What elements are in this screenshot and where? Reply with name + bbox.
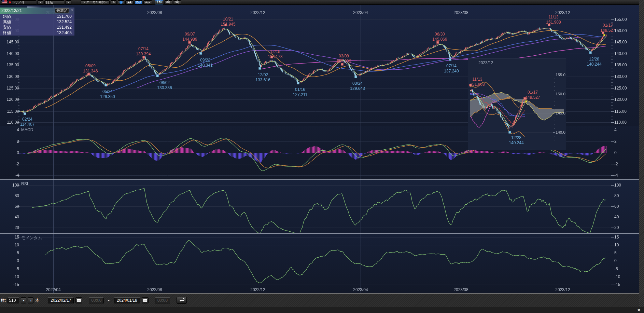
zoom-out-button[interactable] xyxy=(164,0,172,4)
draw-tool-button[interactable]: ✎ xyxy=(111,0,117,4)
date-from-input[interactable] xyxy=(48,297,74,303)
annotation-marker xyxy=(437,41,439,44)
candle-chart-button[interactable] xyxy=(155,0,163,4)
currency-pair-selector[interactable]: ドル/円 xyxy=(1,0,36,4)
y-axis-tick-label: -2 xyxy=(614,162,618,166)
annotation-value: 137.240 xyxy=(444,69,459,74)
timeframe-dropdown-button[interactable]: ▼ xyxy=(65,0,71,4)
annotation-value: 130.386 xyxy=(157,85,172,91)
annotation-marker xyxy=(548,24,550,26)
annotation-value: 151.945 xyxy=(221,22,235,27)
y-axis-tick-label: 5 xyxy=(614,250,617,255)
annotation-date: 05/24 xyxy=(100,89,115,94)
x-axis-date-label: 2023/08 xyxy=(453,10,468,15)
annotation-value: 138.173 xyxy=(268,54,282,59)
annotation-date: 01/17 xyxy=(525,90,540,95)
status-bar: ✕ xyxy=(0,307,644,313)
y-axis-tick-label: -15 xyxy=(2,282,19,287)
y-axis-tick-label: 135.00 xyxy=(2,63,19,67)
y-axis-tick-label: -2 xyxy=(2,162,19,166)
mountain-chart-icon xyxy=(127,1,132,4)
y-axis-tick-label: 15 xyxy=(614,235,619,240)
annotation-marker xyxy=(24,113,26,115)
y-axis-tick-label: 80 xyxy=(614,193,619,198)
timeframe-selector[interactable]: 日足 xyxy=(44,0,64,4)
y-axis-tick-label: 145.00 xyxy=(2,40,19,44)
annotation-marker xyxy=(188,41,191,44)
pair-dropdown-button[interactable]: ▼ xyxy=(37,0,43,4)
chart-annotation: 09/07144.989 xyxy=(182,32,197,42)
x-axis-date-label: 2023/12 xyxy=(555,287,570,292)
date-from-calendar-button[interactable] xyxy=(75,297,82,303)
annotation-date: 07/14 xyxy=(136,46,151,52)
y-axis-tick-label: 115.00 xyxy=(614,109,627,114)
x-axis-date-label: 2022/08 xyxy=(147,287,162,292)
annotation-value: 137.909 xyxy=(336,59,351,64)
y-axis-tick-label: -10 xyxy=(2,274,19,279)
x-axis-date-label: 2023/08 xyxy=(453,287,468,292)
annotation-date: 11/13 xyxy=(546,15,561,20)
ohlc-row: 高値132.524 xyxy=(0,19,74,25)
y-axis-tick-label: 10 xyxy=(614,243,619,247)
annotation-date: 12/28 xyxy=(587,57,601,62)
annotation-marker xyxy=(259,67,261,70)
ask-toggle-button[interactable]: Ask xyxy=(143,0,152,4)
ohlc-row-label: 高値 xyxy=(3,19,11,25)
chart-annotation: 12/28140.244 xyxy=(509,135,523,146)
y-axis-tick-label: 10 xyxy=(2,243,19,247)
annotation-marker xyxy=(88,73,90,76)
chart-style-button[interactable] xyxy=(125,0,134,4)
x-axis-date-label: 2023/04 xyxy=(353,10,368,15)
annotation-date: 11/13 xyxy=(470,77,485,82)
y-axis-tick-label: 100 xyxy=(2,183,19,188)
annotation-value: 148.527 xyxy=(525,95,540,100)
chart-annotation: 05/24126.350 xyxy=(100,89,115,99)
bar-count-increase-button[interactable]: ▲ xyxy=(28,297,33,303)
apply-range-button[interactable] xyxy=(177,297,187,304)
annotation-date: 02/24 xyxy=(20,117,35,122)
current-price-marker xyxy=(603,34,605,36)
info-panel-close-icon[interactable]: × xyxy=(71,9,73,12)
annotation-date: 07/14 xyxy=(444,64,459,69)
chart-annotation: 12/28140.244 xyxy=(587,57,601,67)
time-from-input xyxy=(89,297,104,303)
return-arrow-icon xyxy=(179,297,184,303)
y-axis-tick-label: 140.00 xyxy=(2,51,19,56)
inset-month-label: 2023/12 xyxy=(478,60,493,65)
y-axis-tick-label: 0 xyxy=(2,258,19,263)
x-axis-date-label: 2023/12 xyxy=(555,10,570,15)
y-axis-tick-label: 140.00 xyxy=(614,51,627,56)
close-icon[interactable]: ✕ xyxy=(637,308,641,313)
zoom-in-button[interactable] xyxy=(173,0,181,4)
y-axis-tick-label: 130.00 xyxy=(614,74,627,79)
chart-annotation: 02/24114.407 xyxy=(20,117,35,127)
annotation-marker xyxy=(105,84,107,86)
annotation-date: 08/02 xyxy=(157,80,172,85)
bar-count-input[interactable] xyxy=(8,297,19,303)
ohlc-info-panel[interactable]: 2022/12/21 最新足 × 始値131.700高値132.524安値131… xyxy=(0,8,74,36)
annotation-date: 03/24 xyxy=(350,81,365,86)
panel-drag-handle[interactable] xyxy=(27,6,44,8)
chart-annotation: 01/17148.527 xyxy=(525,90,540,100)
y-axis-tick-label: -5 xyxy=(614,267,618,271)
bid-toggle-button[interactable]: Bid xyxy=(135,0,142,4)
y-axis-tick-label: 4 xyxy=(614,127,617,132)
y-axis-tick-label: 110.00 xyxy=(614,120,627,125)
info-button[interactable]: i xyxy=(118,0,124,4)
right-scroll-strip[interactable] xyxy=(639,0,644,307)
date-to-input[interactable] xyxy=(114,297,140,303)
ohlc-row-label: 始値 xyxy=(3,14,11,19)
technical-select-button[interactable]: テクニカル選択 ▼ xyxy=(81,0,110,4)
y-axis-tick-label: -15 xyxy=(614,282,620,287)
x-axis-date-label: 2022/08 xyxy=(147,10,162,15)
us-flag-icon xyxy=(2,0,7,4)
chart-annotation: 06/30145.069 xyxy=(432,32,447,42)
y-axis-tick-label: 40 xyxy=(2,215,19,219)
panel-title: MACD xyxy=(21,127,33,132)
chart-annotation: 05/09131.346 xyxy=(83,64,98,74)
date-to-calendar-button[interactable] xyxy=(142,297,149,303)
latest-bar-badge: 最新足 xyxy=(55,8,69,13)
chart-annotation: 09/22140.341 xyxy=(198,58,212,68)
bar-count-decrease-button[interactable]: ▼ xyxy=(21,297,26,303)
y-axis-tick-label: 0 xyxy=(2,150,19,155)
